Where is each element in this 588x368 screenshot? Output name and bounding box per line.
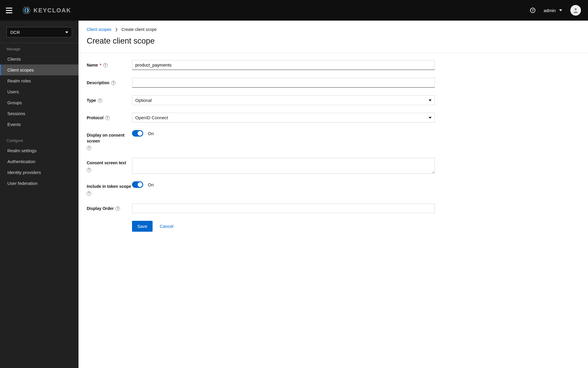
- type-selected-value: Optional: [135, 98, 152, 103]
- display-consent-state: On: [148, 131, 154, 136]
- display-consent-toggle[interactable]: [132, 130, 143, 137]
- sidebar-item-client-scopes[interactable]: Client scopes: [0, 64, 78, 75]
- sidebar-item-realm-settings[interactable]: Realm settings: [0, 145, 78, 156]
- consent-text-label: Consent screen text ?: [87, 158, 132, 172]
- caret-down-icon: [65, 32, 68, 33]
- help-icon[interactable]: ?: [116, 206, 120, 211]
- help-icon[interactable]: ?: [111, 81, 116, 85]
- app-logo[interactable]: KEYCLOAK: [22, 6, 71, 15]
- cancel-button[interactable]: Cancel: [158, 221, 175, 232]
- keycloak-logo-icon: [22, 6, 31, 15]
- required-indicator: *: [100, 62, 101, 68]
- help-icon[interactable]: ?: [105, 116, 110, 120]
- name-input[interactable]: [132, 60, 435, 70]
- header-right: ? admin: [530, 5, 581, 16]
- caret-down-icon: [559, 9, 562, 11]
- protocol-select[interactable]: OpenID Connect: [132, 113, 435, 122]
- sidebar-item-users[interactable]: Users: [0, 86, 78, 97]
- avatar[interactable]: [570, 5, 581, 16]
- sidebar-item-events[interactable]: Events: [0, 119, 78, 130]
- help-icon[interactable]: ?: [530, 8, 535, 13]
- main-content: Client scopes ❯ Create client scope Crea…: [78, 21, 588, 368]
- help-icon[interactable]: ?: [87, 168, 91, 172]
- display-order-input[interactable]: [132, 203, 435, 213]
- menu-toggle-button[interactable]: [5, 6, 14, 14]
- breadcrumb: Client scopes ❯ Create client scope: [78, 21, 588, 35]
- sidebar-item-user-federation[interactable]: User federation: [0, 178, 78, 189]
- type-label: Type ?: [87, 95, 132, 104]
- sidebar-item-clients[interactable]: Clients: [0, 54, 78, 64]
- include-token-label: Include in token scope ?: [87, 181, 132, 196]
- include-token-toggle[interactable]: [132, 181, 143, 188]
- help-icon[interactable]: ?: [103, 63, 108, 67]
- include-token-state: On: [148, 182, 154, 187]
- help-icon[interactable]: ?: [87, 146, 91, 150]
- sidebar-item-identity-providers[interactable]: Identity providers: [0, 167, 78, 178]
- description-input[interactable]: [132, 78, 435, 88]
- page-title: Create client scope: [78, 35, 588, 53]
- client-scope-form: Name * ? Description ?: [78, 53, 443, 239]
- user-menu[interactable]: admin: [544, 8, 562, 13]
- user-label: admin: [544, 8, 556, 13]
- display-consent-label: Display on consent screen ?: [87, 130, 132, 150]
- sidebar-item-realm-roles[interactable]: Realm roles: [0, 75, 78, 86]
- help-icon[interactable]: ?: [98, 98, 102, 103]
- breadcrumb-parent-link[interactable]: Client scopes: [87, 27, 111, 32]
- sidebar-item-sessions[interactable]: Sessions: [0, 108, 78, 119]
- realm-selected-value: DCR: [10, 30, 20, 35]
- display-order-label: Display Order ?: [87, 203, 132, 212]
- sidebar: DCR Manage Clients Client scopes Realm r…: [0, 21, 78, 368]
- description-label: Description ?: [87, 78, 132, 86]
- header-left: KEYCLOAK: [5, 6, 71, 15]
- consent-text-input[interactable]: [132, 158, 435, 174]
- caret-down-icon: [429, 100, 432, 101]
- sidebar-item-authentication[interactable]: Authentication: [0, 156, 78, 167]
- nav-section-configure: Configure: [0, 135, 78, 145]
- logo-text: KEYCLOAK: [34, 7, 71, 14]
- realm-selector[interactable]: DCR: [6, 27, 72, 37]
- protocol-label: Protocol ?: [87, 113, 132, 121]
- svg-point-4: [574, 8, 577, 10]
- help-icon[interactable]: ?: [87, 191, 91, 196]
- sidebar-item-groups[interactable]: Groups: [0, 97, 78, 108]
- type-select[interactable]: Optional: [132, 95, 435, 105]
- save-button[interactable]: Save: [132, 221, 153, 232]
- protocol-selected-value: OpenID Connect: [135, 115, 168, 120]
- chevron-right-icon: ❯: [115, 27, 118, 32]
- breadcrumb-current: Create client scope: [121, 27, 157, 32]
- app-header: KEYCLOAK ? admin: [0, 0, 588, 21]
- nav-section-manage: Manage: [0, 43, 78, 54]
- name-label: Name * ?: [87, 60, 132, 68]
- caret-down-icon: [429, 117, 432, 119]
